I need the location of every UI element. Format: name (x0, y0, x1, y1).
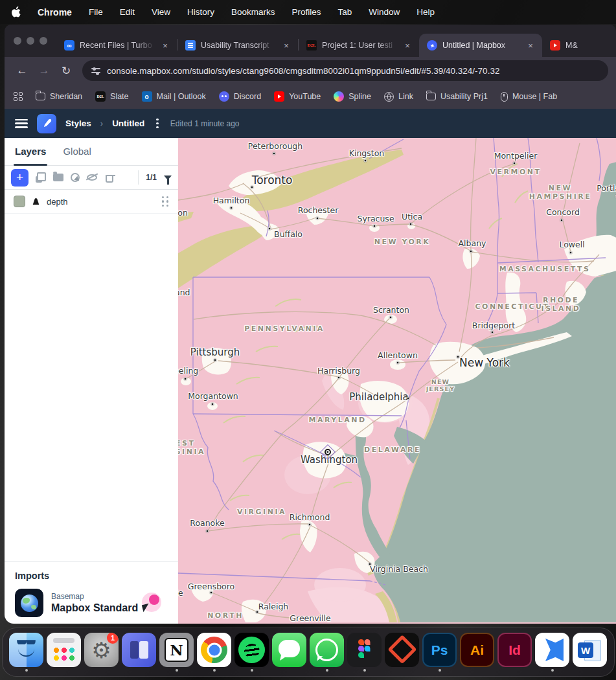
forward-button[interactable]: → (34, 61, 54, 80)
vscode-icon[interactable] (535, 633, 569, 667)
dock-item-cube[interactable] (384, 633, 420, 672)
dock-item-figma[interactable] (347, 633, 383, 672)
apple-icon[interactable] (12, 6, 21, 17)
menu-window[interactable]: Window (369, 7, 400, 17)
duplicate-layer-icon[interactable] (36, 172, 46, 183)
close-tab-icon[interactable]: × (525, 40, 536, 51)
menu-file[interactable]: File (89, 7, 103, 17)
chrome-icon[interactable] (197, 633, 231, 667)
menu-help[interactable]: Help (416, 7, 435, 17)
layer-color-swatch[interactable] (14, 196, 25, 207)
close-window-button[interactable] (14, 37, 21, 45)
dock-item-iphone-mirroring[interactable] (121, 633, 157, 672)
running-indicator-dot (25, 669, 28, 672)
breadcrumb-style-title[interactable]: Untitled (112, 119, 144, 128)
close-tab-icon[interactable]: × (160, 40, 170, 51)
indesign-icon[interactable]: Id (497, 633, 532, 667)
iphone-mirroring-icon[interactable] (122, 633, 156, 667)
address-bar[interactable]: console.mapbox.com/studio/styles/ctang96… (82, 60, 608, 81)
menu-tab[interactable]: Tab (338, 7, 352, 17)
tab-partial[interactable]: M& (542, 34, 587, 57)
tab-global[interactable]: Global (63, 146, 91, 165)
dock-item-illustrator[interactable]: Ai (459, 633, 496, 672)
imports-section: Imports Basemap Mapbox Standard (5, 561, 178, 624)
breadcrumb-styles[interactable]: Styles (65, 119, 91, 128)
whatsapp-icon[interactable] (310, 633, 344, 667)
url-text[interactable]: console.mapbox.com/studio/styles/ctang96… (107, 66, 499, 76)
tab-untitled-mapbox-active[interactable]: Untitled | Mapbox × (419, 34, 542, 57)
select-layer-icon[interactable] (71, 173, 80, 182)
group-layers-icon[interactable] (53, 172, 63, 183)
globe-icon (384, 92, 394, 102)
import-name[interactable]: Mapbox Standard (51, 602, 138, 614)
bookmark-slate[interactable]: D2LSlate (95, 91, 129, 102)
menu-profiles[interactable]: Profiles (292, 7, 321, 17)
bookmark-outlook[interactable]: oMail | Outlook (142, 91, 206, 102)
photoshop-icon[interactable]: Ps (422, 633, 457, 667)
tab-project-1[interactable]: D2L Project 1: User testi × (299, 34, 419, 57)
bookmark-discord[interactable]: Discord (219, 91, 261, 102)
dock-item-finder[interactable] (8, 633, 45, 672)
map-canvas[interactable]: PeterboroughKingstonTorontoMontpelierVER… (178, 138, 616, 624)
launchpad-icon[interactable] (47, 633, 81, 667)
delete-layer-icon[interactable] (106, 175, 113, 183)
d2l-icon: D2L (306, 40, 317, 51)
basemap-import-row[interactable]: Basemap Mapbox Standard (15, 589, 168, 617)
bookmark-link[interactable]: Link (384, 92, 413, 102)
bookmark-youtube[interactable]: YouTube (274, 91, 321, 102)
drag-handle-icon[interactable] (162, 196, 169, 207)
bookmark-spline[interactable]: Spline (334, 91, 371, 102)
reload-button[interactable]: ↻ (56, 61, 76, 80)
dock-item-spotify[interactable] (234, 633, 270, 672)
illustrator-icon[interactable]: Ai (460, 633, 494, 667)
layer-name[interactable]: depth (47, 197, 156, 207)
dock-item-settings[interactable]: ⚙1 (84, 633, 120, 672)
apps-grid-icon[interactable] (14, 92, 23, 101)
dock-item-word[interactable]: W (572, 633, 608, 672)
finder-icon[interactable] (9, 633, 43, 667)
tab-layers[interactable]: Layers (15, 146, 46, 165)
bookmark-label: Usability Prj1 (440, 92, 488, 101)
mapbox-studio-logo[interactable] (37, 114, 56, 133)
layers-sidebar: Layers Global + 1/1 depth (5, 138, 178, 624)
zoom-window-button[interactable] (40, 37, 47, 45)
minimize-window-button[interactable] (27, 37, 34, 45)
dock-item-chrome[interactable] (196, 633, 233, 672)
dock-item-vscode[interactable] (534, 633, 571, 672)
menu-history[interactable]: History (187, 7, 214, 17)
add-layer-button[interactable]: + (11, 169, 29, 187)
bookmark-sheridan[interactable]: Sheridan (36, 92, 82, 101)
close-tab-icon[interactable]: × (281, 40, 291, 51)
docs-icon (185, 40, 196, 51)
tab-recent-files[interactable]: ∞ Recent Files | Turbo × (56, 34, 177, 57)
bookmark-usability-prj1[interactable]: Usability Prj1 (426, 92, 488, 101)
menu-app-name[interactable]: Chrome (38, 7, 72, 17)
layer-row-depth[interactable]: depth (5, 190, 178, 214)
dock-item-messages[interactable] (271, 633, 308, 672)
figma-icon[interactable] (347, 633, 382, 667)
notion-icon[interactable]: N (159, 633, 194, 667)
dock-item-indesign[interactable]: Id (497, 633, 533, 672)
hamburger-menu-icon[interactable] (15, 119, 28, 128)
settings-icon[interactable]: ⚙1 (84, 633, 119, 667)
close-tab-icon[interactable]: × (402, 40, 413, 51)
spotify-icon[interactable] (234, 633, 269, 667)
tab-title: Project 1: User testi (322, 41, 397, 50)
messages-icon[interactable] (272, 633, 306, 667)
dock-item-whatsapp[interactable] (309, 633, 345, 672)
style-options-kebab-icon[interactable] (154, 119, 161, 128)
dock-item-launchpad[interactable] (46, 633, 82, 672)
site-settings-icon[interactable] (91, 67, 100, 74)
menu-edit[interactable]: Edit (120, 7, 135, 17)
hide-layer-icon[interactable] (87, 172, 97, 183)
menu-bookmarks[interactable]: Bookmarks (231, 7, 275, 17)
tab-usability-transcript[interactable]: Usability Transcript × (177, 34, 298, 57)
dock-item-photoshop[interactable]: Ps (422, 633, 458, 672)
dock-item-notion[interactable]: N (159, 633, 195, 672)
cube-icon[interactable] (385, 633, 419, 667)
menu-view[interactable]: View (152, 7, 170, 17)
back-button[interactable]: ← (12, 61, 32, 80)
word-icon[interactable]: W (573, 633, 607, 667)
filter-icon[interactable] (164, 176, 172, 180)
bookmark-mouse-fab[interactable]: Mouse | Fab (501, 92, 557, 102)
